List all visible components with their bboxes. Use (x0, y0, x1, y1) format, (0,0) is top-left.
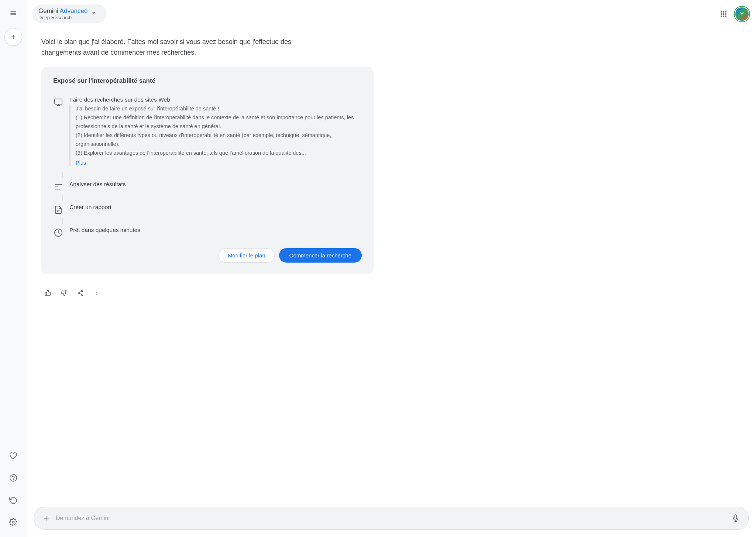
apps-grid-button[interactable] (716, 7, 731, 21)
clock-icon (53, 228, 63, 238)
analyze-icon (53, 182, 63, 192)
research-plan-card: Exposé sur l'interopérabilité santé Fair… (41, 67, 374, 274)
more-options-button[interactable] (90, 286, 103, 300)
svg-point-19 (96, 294, 97, 295)
svg-point-17 (96, 290, 97, 291)
feedback-row (41, 282, 741, 305)
modify-plan-button[interactable]: Modifier le plan (219, 248, 275, 263)
chat-input[interactable] (56, 515, 725, 521)
header: Gemini Advanced Deep Research Y (27, 0, 756, 26)
svg-point-13 (78, 292, 80, 294)
action-bar: Modifier le plan Commencer la recherche (53, 248, 362, 264)
step-search-title: Faire des recherches sur des sites Web (69, 96, 362, 103)
step-report-title: Créer un rapport (69, 204, 362, 211)
input-container (34, 507, 749, 530)
svg-rect-3 (55, 99, 62, 104)
app-name-gemini: Gemini (38, 7, 58, 15)
step-time-content: Prêt dans quelques minutes (69, 227, 362, 235)
svg-point-14 (81, 294, 83, 296)
help-button[interactable] (4, 469, 22, 487)
attach-button[interactable] (40, 512, 52, 524)
step-analyze-title: Analyser des résultats (69, 181, 362, 188)
step-search: Faire des recherches sur des sites Web J… (53, 93, 362, 172)
step-analyze-content: Analyser des résultats (69, 181, 362, 189)
history-button[interactable] (4, 491, 22, 509)
header-right: Y (716, 7, 749, 21)
app-title-text: Gemini Advanced Deep Research (38, 7, 87, 20)
report-icon (53, 205, 63, 215)
app-subtitle: Deep Research (38, 15, 87, 20)
step-search-detail-box: J'ai besoin de faire un exposé sur l'int… (69, 105, 362, 166)
menu-button[interactable] (4, 4, 22, 22)
chevron-down-icon (90, 10, 97, 18)
input-area (27, 502, 756, 537)
app-name-line: Gemini Advanced (38, 7, 87, 15)
intro-text: Voici le plan que j'ai élaboré. Faites-m… (41, 26, 322, 67)
start-research-button[interactable]: Commencer la recherche (279, 248, 362, 263)
svg-point-18 (96, 292, 97, 293)
svg-line-15 (79, 293, 81, 294)
search-web-icon (53, 97, 63, 107)
card-title: Exposé sur l'interopérabilité santé (53, 77, 362, 85)
thumbs-down-button[interactable] (58, 286, 71, 300)
svg-point-0 (10, 475, 17, 481)
step-time-title: Prêt dans quelques minutes (69, 227, 362, 233)
connector-1 (53, 172, 362, 178)
step-report-content: Créer un rapport (69, 204, 362, 212)
svg-line-16 (79, 291, 81, 292)
settings-button[interactable] (4, 513, 22, 531)
main-content: Gemini Advanced Deep Research Y (27, 0, 756, 537)
app-title-button[interactable]: Gemini Advanced Deep Research (32, 4, 106, 23)
svg-point-12 (81, 290, 83, 292)
favorites-button[interactable] (4, 447, 22, 465)
app-name-advanced: Advanced (60, 7, 88, 15)
step-analyze: Analyser des résultats (53, 178, 362, 195)
connector-2 (53, 195, 362, 201)
step-list: Faire des recherches sur des sites Web J… (53, 93, 362, 241)
step-search-detail: J'ai besoin de faire un exposé sur l'int… (76, 105, 362, 158)
connector-3 (53, 218, 362, 224)
step-search-content: Faire des recherches sur des sites Web J… (69, 96, 362, 169)
share-button[interactable] (74, 286, 87, 300)
microphone-button[interactable] (729, 512, 742, 525)
svg-point-2 (12, 521, 14, 523)
grid-icon (721, 11, 726, 17)
chat-area: Voici le plan que j'ai élaboré. Faites-m… (27, 26, 756, 502)
sidebar: + (0, 0, 27, 537)
step-report: Créer un rapport (53, 201, 362, 218)
step-time: Prêt dans quelques minutes (53, 224, 362, 241)
user-avatar[interactable]: Y (735, 7, 749, 21)
thumbs-up-button[interactable] (41, 286, 55, 300)
new-chat-button[interactable]: + (4, 28, 22, 46)
more-link[interactable]: Plus (76, 160, 86, 166)
header-left: Gemini Advanced Deep Research (32, 4, 106, 23)
